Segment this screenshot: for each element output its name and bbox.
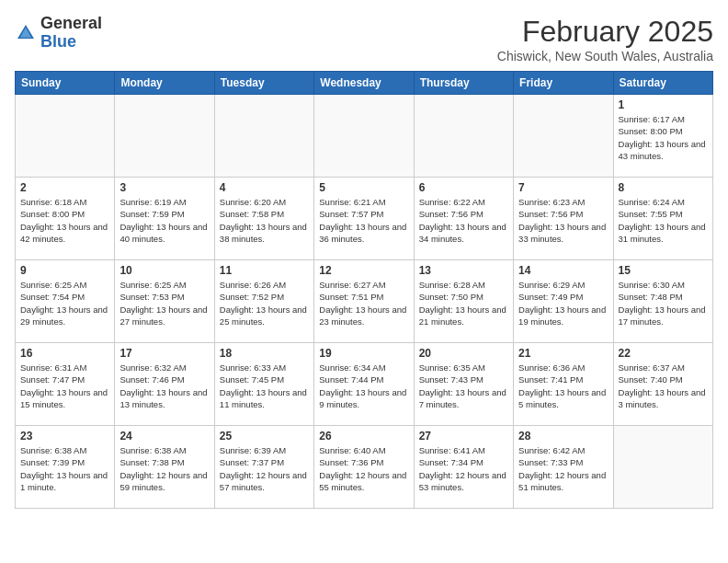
day-number: 20	[419, 347, 508, 360]
calendar-cell: 12Sunrise: 6:27 AM Sunset: 7:51 PM Dayli…	[314, 260, 414, 343]
calendar-cell: 23Sunrise: 6:38 AM Sunset: 7:39 PM Dayli…	[16, 426, 115, 509]
day-number: 26	[319, 430, 408, 442]
day-number: 9	[20, 264, 109, 277]
day-info: Sunrise: 6:22 AM Sunset: 7:56 PM Dayligh…	[419, 196, 508, 245]
day-info: Sunrise: 6:27 AM Sunset: 7:51 PM Dayligh…	[319, 279, 408, 327]
calendar-cell: 9Sunrise: 6:25 AM Sunset: 7:54 PM Daylig…	[16, 260, 115, 343]
day-info: Sunrise: 6:39 AM Sunset: 7:37 PM Dayligh…	[220, 444, 309, 493]
day-info: Sunrise: 6:23 AM Sunset: 7:56 PM Dayligh…	[518, 196, 608, 245]
day-info: Sunrise: 6:19 AM Sunset: 7:59 PM Dayligh…	[119, 196, 209, 245]
day-info: Sunrise: 6:38 AM Sunset: 7:39 PM Dayligh…	[20, 444, 109, 493]
page-header: General Blue February 2025 Chiswick, New…	[15, 15, 713, 63]
day-info: Sunrise: 6:24 AM Sunset: 7:55 PM Dayligh…	[619, 196, 708, 245]
day-info: Sunrise: 6:17 AM Sunset: 8:00 PM Dayligh…	[619, 113, 708, 162]
day-number: 11	[220, 264, 309, 277]
day-info: Sunrise: 6:31 AM Sunset: 7:47 PM Dayligh…	[20, 362, 109, 410]
weekday-header-thursday: Thursday	[414, 72, 513, 95]
week-row-4: 23Sunrise: 6:38 AM Sunset: 7:39 PM Dayli…	[16, 426, 713, 509]
calendar-cell	[115, 95, 214, 178]
calendar-cell: 20Sunrise: 6:35 AM Sunset: 7:43 PM Dayli…	[414, 343, 513, 426]
calendar-cell: 19Sunrise: 6:34 AM Sunset: 7:44 PM Dayli…	[314, 343, 414, 426]
calendar-cell: 17Sunrise: 6:32 AM Sunset: 7:46 PM Dayli…	[115, 343, 214, 426]
logo-blue: Blue	[40, 32, 76, 51]
week-row-0: 1Sunrise: 6:17 AM Sunset: 8:00 PM Daylig…	[16, 95, 713, 178]
day-number: 25	[220, 430, 309, 442]
day-info: Sunrise: 6:34 AM Sunset: 7:44 PM Dayligh…	[319, 362, 408, 410]
day-info: Sunrise: 6:25 AM Sunset: 7:53 PM Dayligh…	[119, 279, 209, 327]
title-block: February 2025 Chiswick, New South Wales,…	[497, 15, 713, 63]
calendar-cell: 14Sunrise: 6:29 AM Sunset: 7:49 PM Dayli…	[514, 260, 613, 343]
calendar-cell	[214, 95, 313, 178]
day-info: Sunrise: 6:29 AM Sunset: 7:49 PM Dayligh…	[518, 279, 608, 327]
calendar-cell: 13Sunrise: 6:28 AM Sunset: 7:50 PM Dayli…	[414, 260, 513, 343]
calendar-cell: 6Sunrise: 6:22 AM Sunset: 7:56 PM Daylig…	[414, 178, 513, 260]
week-row-3: 16Sunrise: 6:31 AM Sunset: 7:47 PM Dayli…	[16, 343, 713, 426]
day-number: 4	[220, 181, 309, 194]
logo-general: General	[40, 14, 102, 32]
location: Chiswick, New South Wales, Australia	[497, 49, 713, 63]
day-info: Sunrise: 6:36 AM Sunset: 7:41 PM Dayligh…	[518, 362, 608, 410]
day-number: 12	[319, 264, 408, 277]
day-info: Sunrise: 6:32 AM Sunset: 7:46 PM Dayligh…	[119, 362, 209, 410]
day-info: Sunrise: 6:21 AM Sunset: 7:57 PM Dayligh…	[319, 196, 408, 245]
weekday-header-saturday: Saturday	[613, 72, 712, 95]
day-number: 7	[518, 181, 608, 194]
day-info: Sunrise: 6:30 AM Sunset: 7:48 PM Dayligh…	[619, 279, 708, 327]
calendar-cell: 21Sunrise: 6:36 AM Sunset: 7:41 PM Dayli…	[514, 343, 613, 426]
day-number: 15	[619, 264, 708, 277]
day-number: 5	[319, 181, 408, 194]
day-number: 22	[619, 347, 708, 360]
calendar-cell: 25Sunrise: 6:39 AM Sunset: 7:37 PM Dayli…	[214, 426, 313, 509]
calendar-cell	[613, 426, 712, 509]
calendar-cell: 18Sunrise: 6:33 AM Sunset: 7:45 PM Dayli…	[214, 343, 313, 426]
calendar-cell: 24Sunrise: 6:38 AM Sunset: 7:38 PM Dayli…	[115, 426, 214, 509]
calendar-cell: 26Sunrise: 6:40 AM Sunset: 7:36 PM Dayli…	[314, 426, 414, 509]
day-info: Sunrise: 6:33 AM Sunset: 7:45 PM Dayligh…	[220, 362, 309, 410]
calendar-cell	[414, 95, 513, 178]
day-info: Sunrise: 6:41 AM Sunset: 7:34 PM Dayligh…	[419, 444, 508, 493]
week-row-1: 2Sunrise: 6:18 AM Sunset: 8:00 PM Daylig…	[16, 178, 713, 260]
weekday-header-wednesday: Wednesday	[314, 72, 414, 95]
day-number: 23	[20, 430, 109, 442]
calendar-cell: 11Sunrise: 6:26 AM Sunset: 7:52 PM Dayli…	[214, 260, 313, 343]
calendar-cell: 7Sunrise: 6:23 AM Sunset: 7:56 PM Daylig…	[514, 178, 613, 260]
calendar-cell: 3Sunrise: 6:19 AM Sunset: 7:59 PM Daylig…	[115, 178, 214, 260]
day-number: 6	[419, 181, 508, 194]
logo-icon	[15, 22, 37, 44]
day-info: Sunrise: 6:25 AM Sunset: 7:54 PM Dayligh…	[20, 279, 109, 327]
weekday-header-friday: Friday	[514, 72, 613, 95]
day-info: Sunrise: 6:42 AM Sunset: 7:33 PM Dayligh…	[518, 444, 608, 493]
day-info: Sunrise: 6:40 AM Sunset: 7:36 PM Dayligh…	[319, 444, 408, 493]
calendar-cell: 5Sunrise: 6:21 AM Sunset: 7:57 PM Daylig…	[314, 178, 414, 260]
day-number: 13	[419, 264, 508, 277]
calendar-cell	[16, 95, 115, 178]
calendar-cell: 15Sunrise: 6:30 AM Sunset: 7:48 PM Dayli…	[613, 260, 712, 343]
weekday-header-monday: Monday	[115, 72, 214, 95]
day-number: 2	[20, 181, 109, 194]
weekday-header-row: SundayMondayTuesdayWednesdayThursdayFrid…	[16, 72, 713, 95]
day-number: 1	[619, 98, 708, 111]
logo: General Blue	[15, 15, 102, 52]
calendar-cell: 27Sunrise: 6:41 AM Sunset: 7:34 PM Dayli…	[414, 426, 513, 509]
calendar-cell: 22Sunrise: 6:37 AM Sunset: 7:40 PM Dayli…	[613, 343, 712, 426]
calendar-cell: 10Sunrise: 6:25 AM Sunset: 7:53 PM Dayli…	[115, 260, 214, 343]
calendar-cell: 4Sunrise: 6:20 AM Sunset: 7:58 PM Daylig…	[214, 178, 313, 260]
day-number: 19	[319, 347, 408, 360]
day-number: 18	[220, 347, 309, 360]
day-info: Sunrise: 6:18 AM Sunset: 8:00 PM Dayligh…	[20, 196, 109, 245]
calendar-cell: 16Sunrise: 6:31 AM Sunset: 7:47 PM Dayli…	[16, 343, 115, 426]
day-number: 3	[119, 181, 209, 194]
day-number: 10	[119, 264, 209, 277]
logo-text: General Blue	[40, 15, 102, 52]
day-info: Sunrise: 6:35 AM Sunset: 7:43 PM Dayligh…	[419, 362, 508, 410]
day-number: 21	[518, 347, 608, 360]
calendar-table: SundayMondayTuesdayWednesdayThursdayFrid…	[15, 71, 713, 509]
weekday-header-tuesday: Tuesday	[214, 72, 313, 95]
calendar-cell	[314, 95, 414, 178]
day-number: 24	[119, 430, 209, 442]
calendar-cell	[514, 95, 613, 178]
day-info: Sunrise: 6:26 AM Sunset: 7:52 PM Dayligh…	[220, 279, 309, 327]
calendar-cell: 8Sunrise: 6:24 AM Sunset: 7:55 PM Daylig…	[613, 178, 712, 260]
day-info: Sunrise: 6:20 AM Sunset: 7:58 PM Dayligh…	[220, 196, 309, 245]
day-number: 14	[518, 264, 608, 277]
